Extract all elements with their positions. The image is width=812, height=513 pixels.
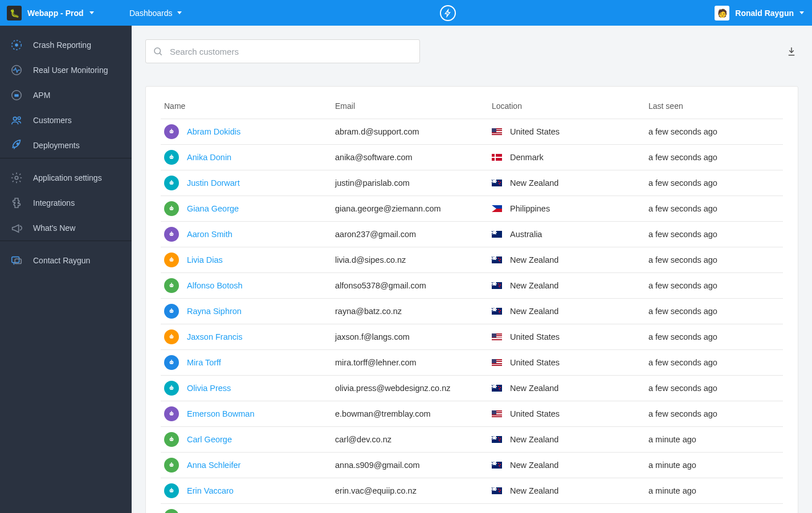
robot-avatar-icon [164, 201, 179, 216]
table-row[interactable]: Erin Vaccaroerin.vac@equiip.co.nzNew Zea… [161, 478, 783, 504]
table-row[interactable]: Jaxson Francisjaxson.f@langs.comUnited S… [161, 324, 783, 350]
table-row[interactable]: Justin Dorwartjustin@parislab.comNew Zea… [161, 170, 783, 196]
robot-avatar-icon [164, 278, 179, 293]
customer-location: New Zealand [510, 178, 558, 188]
customer-last-seen: a few seconds ago [645, 401, 783, 427]
customer-email: giana.george@ziemann.com [332, 196, 488, 222]
svg-line-12 [160, 53, 161, 55]
customer-name-link[interactable]: Justin Dorwart [187, 178, 240, 188]
svg-rect-58 [170, 412, 174, 415]
svg-rect-34 [170, 258, 174, 261]
customer-name-link[interactable]: Emerson Bowman [187, 409, 254, 418]
customer-name-link[interactable]: Mira Torff [187, 358, 221, 367]
sidebar-item-deployments[interactable]: Deployments [0, 133, 132, 158]
robot-avatar-icon [164, 432, 179, 447]
customer-last-seen: a few seconds ago [645, 196, 783, 222]
sidebar-item-what-s-new[interactable]: What's New [0, 215, 132, 241]
customer-name-link[interactable]: Giana George [187, 204, 239, 213]
col-header-location[interactable]: Location [488, 101, 645, 119]
sidebar: Crash ReportingReal User MonitoringAPMCu… [0, 26, 132, 513]
customer-name-link[interactable]: Alfonso Botosh [187, 281, 243, 290]
customer-name-link[interactable]: Anna Schleifer [187, 461, 240, 470]
svg-point-24 [172, 182, 173, 183]
customer-name-link[interactable]: Olivia Press [187, 384, 231, 393]
deployments-icon [10, 139, 23, 152]
svg-point-44 [172, 311, 173, 311]
col-header-name[interactable]: Name [161, 101, 332, 119]
customers-icon [10, 114, 23, 127]
bolt-icon[interactable] [440, 5, 456, 21]
table-row[interactable]: Abram Dokidisabram.d@support.comUnited S… [161, 119, 783, 145]
robot-avatar-icon [164, 458, 179, 473]
app-switcher[interactable]: 🐛 Webapp - Prod [7, 6, 118, 21]
robot-avatar-icon [164, 355, 179, 370]
svg-point-48 [172, 336, 173, 337]
svg-rect-14 [170, 130, 174, 133]
svg-point-19 [170, 157, 171, 157]
svg-point-71 [170, 490, 171, 491]
svg-rect-50 [170, 361, 174, 364]
svg-point-37 [171, 283, 172, 284]
table-row[interactable]: Anika Doninanika@software.comDenmarka fe… [161, 145, 783, 170]
svg-rect-66 [170, 463, 174, 466]
sidebar-item-real-user-monitoring[interactable]: Real User Monitoring [0, 58, 132, 83]
customer-location: Denmark [510, 153, 544, 162]
svg-point-72 [172, 490, 173, 491]
table-row[interactable]: Mira Torffmira.torff@lehner.comUnited St… [161, 350, 783, 376]
customer-last-seen: a minute ago [645, 478, 783, 504]
customer-name-link[interactable]: Anika Donin [187, 153, 231, 162]
sidebar-item-label: What's New [33, 223, 75, 233]
table-row[interactable]: Carter Aminoffcarter.aminoff@gmail.comNe… [161, 504, 783, 514]
flag-icon [492, 282, 502, 289]
dashboards-menu[interactable]: Dashboards [118, 9, 182, 18]
table-row[interactable]: Alfonso Botoshalfonso5378@gmail.comNew Z… [161, 273, 783, 299]
user-avatar: 🧑 [715, 6, 729, 21]
table-row[interactable]: Olivia Pressolivia.press@webdesignz.co.n… [161, 376, 783, 401]
svg-rect-18 [170, 156, 174, 158]
customer-email: e.bowman@tremblay.com [332, 401, 488, 427]
search-box[interactable] [145, 39, 420, 63]
customer-name-link[interactable]: Jaxson Francis [187, 332, 243, 341]
sidebar-item-label: Real User Monitoring [33, 66, 108, 75]
sidebar-item-integrations[interactable]: Integrations [0, 190, 132, 215]
svg-point-20 [172, 157, 173, 157]
robot-avatar-icon [164, 381, 179, 396]
customer-location: United States [510, 409, 560, 418]
table-row[interactable]: Rayna Siphronrayna@batz.co.nzNew Zealand… [161, 299, 783, 324]
col-header-email[interactable]: Email [332, 101, 488, 119]
user-menu[interactable]: 🧑 Ronald Raygun [715, 6, 804, 21]
sidebar-item-crash-reporting[interactable]: Crash Reporting [0, 32, 132, 58]
table-row[interactable]: Giana Georgegiana.george@ziemann.comPhil… [161, 196, 783, 222]
svg-point-33 [171, 257, 172, 258]
sidebar-item-contact-raygun[interactable]: Contact Raygun [0, 248, 132, 273]
robot-avatar-icon [164, 124, 179, 139]
sidebar-item-apm[interactable]: APM [0, 83, 132, 108]
customer-last-seen: a few seconds ago [645, 119, 783, 145]
download-button[interactable] [785, 44, 798, 58]
table-row[interactable]: Emerson Bowmane.bowman@tremblay.comUnite… [161, 401, 783, 427]
svg-point-1 [15, 43, 18, 47]
svg-point-40 [172, 285, 173, 286]
table-row[interactable]: Livia Diaslivia.d@sipes.co.nzNew Zealand… [161, 247, 783, 273]
flag-icon [492, 180, 502, 186]
sidebar-item-application-settings[interactable]: Application settings [0, 165, 132, 190]
customer-location: United States [510, 332, 560, 341]
customer-name-link[interactable]: Aaron Smith [187, 230, 232, 239]
svg-rect-30 [170, 233, 174, 235]
customer-name-link[interactable]: Livia Dias [187, 255, 223, 264]
svg-point-28 [172, 208, 173, 209]
customer-name-link[interactable]: Abram Dokidis [187, 127, 240, 136]
customer-email: aaron237@gmail.com [332, 222, 488, 247]
col-header-last-seen[interactable]: Last seen [645, 101, 783, 119]
customer-name-link[interactable]: Carl George [187, 435, 232, 444]
user-name: Ronald Raygun [735, 9, 794, 18]
sidebar-item-customers[interactable]: Customers [0, 108, 132, 133]
robot-avatar-icon [164, 227, 179, 242]
search-input[interactable] [169, 46, 413, 57]
customer-name-link[interactable]: Erin Vaccaro [187, 486, 234, 495]
table-row[interactable]: Anna Schleiferanna.s909@gmail.comNew Zea… [161, 453, 783, 478]
table-row[interactable]: Aaron Smithaaron237@gmail.comAustraliaa … [161, 222, 783, 247]
table-row[interactable]: Carl Georgecarl@dev.co.nzNew Zealanda mi… [161, 427, 783, 453]
customer-name-link[interactable]: Rayna Siphron [187, 307, 242, 316]
main-content: Name Email Location Last seen Abram Doki… [132, 26, 812, 513]
